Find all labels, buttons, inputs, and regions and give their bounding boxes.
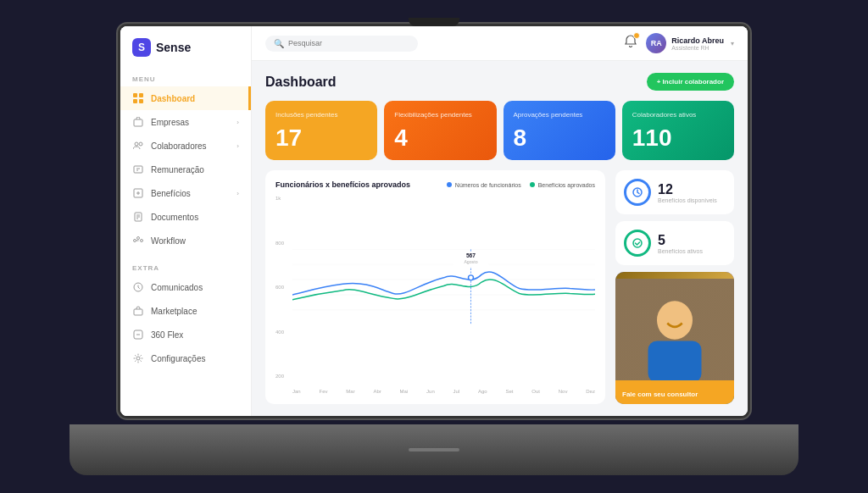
sidebar-label-comunicados: Comunicados xyxy=(151,283,203,292)
bell-button[interactable] xyxy=(624,35,637,52)
metric-circle-clock xyxy=(624,179,651,206)
legend-label-funcionarios: Números de funcionários xyxy=(455,182,521,188)
sidebar-item-documentos[interactable]: Documentos xyxy=(120,205,251,229)
laptop-notch xyxy=(409,18,459,26)
svg-rect-4 xyxy=(134,119,142,126)
stat-card-aprovacoes: Aprovações pendentes 8 xyxy=(504,101,615,160)
consultant-cta: Fale com seu consultor xyxy=(622,391,698,398)
svg-text:Agosto: Agosto xyxy=(464,259,477,264)
remuneracao-icon xyxy=(132,163,144,175)
chart-legend: Números de funcionários Benefícios aprov… xyxy=(447,182,595,188)
colaboradores-icon xyxy=(132,140,144,152)
sidebar-label-empresas: Empresas xyxy=(151,118,189,127)
chart-area: 1k 800 600 400 200 xyxy=(275,196,595,394)
y-label-400: 400 xyxy=(275,330,291,335)
chart-header: Funcionários x benefícios aprovados Núme… xyxy=(275,180,595,189)
sidebar-item-remuneracao[interactable]: Remuneração xyxy=(120,158,251,181)
laptop-screen: S Sense MENU Dashboard Empresas › xyxy=(120,26,748,416)
right-panel: 12 Benefícios disponíveis 5 xyxy=(615,170,734,404)
stat-value-flexibilizacoes: 4 xyxy=(394,126,486,150)
chevron-icon: › xyxy=(236,119,239,126)
stat-label-colaboradores: Colaboradores ativos xyxy=(632,111,724,119)
sidebar-label-colaboradores: Colaboradores xyxy=(151,141,207,151)
x-label-ago: Ago xyxy=(478,389,487,394)
dashboard-icon xyxy=(132,92,144,104)
app-container: S Sense MENU Dashboard Empresas › xyxy=(120,26,748,416)
svg-rect-2 xyxy=(133,99,137,103)
svg-rect-1 xyxy=(139,93,143,97)
sidebar-label-marketplace: Marketplace xyxy=(151,307,197,316)
include-collaborator-button[interactable]: + Incluir colaborador xyxy=(647,73,734,91)
x-axis: Jan Fev Mar Abr Mai Jun Jul Ago Set Ou xyxy=(292,389,595,394)
consultant-card[interactable]: Fale com seu consultor xyxy=(615,272,734,404)
sidebar-label-workflow: Workflow xyxy=(151,236,186,246)
svg-point-6 xyxy=(139,142,142,146)
legend-dot-beneficios xyxy=(530,182,535,187)
configuracoes-icon xyxy=(132,352,144,364)
empresas-icon xyxy=(132,116,144,128)
sidebar-item-empresas[interactable]: Empresas › xyxy=(120,110,251,134)
svg-rect-31 xyxy=(648,341,702,383)
svg-point-11 xyxy=(141,240,143,242)
stat-cards-grid: Inclusões pendentes 17 Flexibilizações p… xyxy=(265,101,734,160)
sidebar-item-colaboradores[interactable]: Colaboradores › xyxy=(120,134,251,158)
laptop-hinge xyxy=(409,448,459,451)
comunicados-icon xyxy=(132,281,144,293)
metric-info-2: 5 Benefícios ativos xyxy=(658,233,703,254)
laptop-frame: S Sense MENU Dashboard Empresas › xyxy=(70,18,798,475)
metric-value-1: 12 xyxy=(658,182,717,197)
laptop-body xyxy=(70,424,798,475)
content-header: Dashboard + Incluir colaborador xyxy=(265,73,734,91)
sidebar-label-configuracoes: Configurações xyxy=(151,354,205,363)
y-axis: 1k 800 600 400 200 xyxy=(275,196,291,379)
user-name: Ricardo Abreu xyxy=(671,36,724,45)
sidebar-item-beneficios[interactable]: Benefícios › xyxy=(120,181,251,205)
x-label-out: Out xyxy=(531,389,540,394)
search-icon: 🔍 xyxy=(274,39,284,48)
y-label-1k: 1k xyxy=(275,196,291,201)
sidebar-item-comunicados[interactable]: Comunicados xyxy=(120,275,251,299)
extra-section-label: EXTRA xyxy=(120,258,251,275)
header-right: RA Ricardo Abreu Assistente RH ▾ xyxy=(624,33,734,53)
metric-circle-check xyxy=(624,230,651,257)
search-input[interactable] xyxy=(288,39,409,47)
svg-point-5 xyxy=(135,142,138,146)
page-content: Dashboard + Incluir colaborador Inclusõe… xyxy=(252,61,748,416)
user-menu[interactable]: RA Ricardo Abreu Assistente RH ▾ xyxy=(646,33,734,53)
x-label-mar: Mar xyxy=(346,389,354,394)
beneficios-icon xyxy=(132,187,144,199)
consultant-overlay: Fale com seu consultor xyxy=(615,380,734,404)
chart-title: Funcionários x benefícios aprovados xyxy=(275,180,410,189)
metric-label-2: Benefícios ativos xyxy=(658,248,703,254)
sidebar-item-workflow[interactable]: Workflow xyxy=(120,229,251,252)
x-label-abr: Abr xyxy=(373,389,381,394)
sidebar-item-dashboard[interactable]: Dashboard xyxy=(120,86,251,110)
sidebar-label-documentos: Documentos xyxy=(151,213,198,222)
stat-card-colaboradores: Colaboradores ativos 110 xyxy=(622,101,734,160)
x-label-jul: Jul xyxy=(453,389,460,394)
stat-label-flexibilizacoes: Flexibilizações pendentes xyxy=(394,111,486,119)
sidebar-label-remuneracao: Remuneração xyxy=(151,165,204,174)
svg-point-28 xyxy=(633,239,642,247)
header: 🔍 RA Ricardo Abreu Assistente RH xyxy=(252,26,748,61)
svg-rect-7 xyxy=(134,166,142,173)
legend-dot-funcionarios xyxy=(447,182,452,187)
search-bar[interactable]: 🔍 xyxy=(265,36,418,52)
svg-rect-0 xyxy=(133,93,137,97)
sidebar-item-360flex[interactable]: 360 Flex xyxy=(120,323,251,346)
x-label-jun: Jun xyxy=(426,389,435,394)
x-label-mai: Mai xyxy=(400,389,409,394)
main-content: 🔍 RA Ricardo Abreu Assistente RH xyxy=(252,26,748,416)
chart-svg: 567 Agosto xyxy=(292,196,595,379)
sidebar-item-marketplace[interactable]: Marketplace xyxy=(120,299,251,323)
notification-badge xyxy=(633,32,640,39)
sidebar-item-configuracoes[interactable]: Configurações xyxy=(120,346,251,370)
x-label-fev: Fev xyxy=(319,389,327,394)
sidebar-label-dashboard: Dashboard xyxy=(151,94,195,103)
stat-value-aprovacoes: 8 xyxy=(514,126,605,150)
logo-icon: S xyxy=(132,38,151,57)
workflow-icon xyxy=(132,235,144,246)
sidebar-label-360flex: 360 Flex xyxy=(151,330,183,340)
sidebar-label-beneficios: Benefícios xyxy=(151,189,191,198)
stat-card-flexibilizacoes: Flexibilizações pendentes 4 xyxy=(384,101,496,160)
